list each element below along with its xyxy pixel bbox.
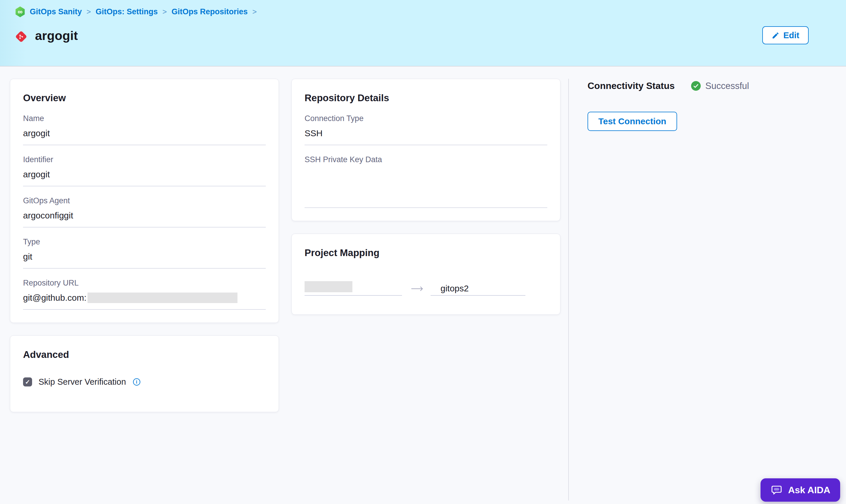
breadcrumb-item-settings[interactable]: GitOps: Settings [96,7,158,16]
field-connection-type: Connection Type SSH [305,114,547,145]
field-value [305,169,547,201]
field-ssh-private-key: SSH Private Key Data [305,155,547,208]
edit-button-label: Edit [783,31,799,40]
repository-details-card: Repository Details Connection Type SSH S… [291,79,560,221]
advanced-title: Advanced [23,349,266,360]
breadcrumb: ∞ GitOps Sanity > GitOps: Settings > Git… [15,6,257,17]
gitops-icon: ∞ [15,6,25,17]
page-header: ∞ GitOps Sanity > GitOps: Settings > Git… [0,0,846,67]
overview-card: Overview Name argogit Identifier argogit… [10,79,279,323]
project-mapping-row: gitops2 [305,281,547,296]
overview-title: Overview [23,92,266,104]
field-value: argogit [23,169,266,180]
field-value: argoconfiggit [23,210,266,221]
pencil-icon [772,32,779,39]
mapping-target-field: gitops2 [431,284,525,296]
page-title: argogit [35,29,78,43]
ask-aida-label: Ask AIDA [788,485,830,496]
field-name: Name argogit [23,114,266,145]
chevron-right-icon: > [252,7,257,16]
field-repository-url: Repository URL git@github.com: [23,278,266,310]
field-label: Name [23,114,266,123]
breadcrumb-item-project[interactable]: GitOps Sanity [30,7,82,16]
field-label: Identifier [23,155,266,164]
chevron-right-icon: > [87,7,91,16]
git-repo-icon [15,30,27,42]
redacted-url-block [88,292,237,303]
connectivity-panel: Connectivity Status Successful Test Conn… [588,80,827,131]
field-value: argogit [23,128,266,139]
field-gitops-agent: GitOps Agent argoconfiggit [23,196,266,228]
title-row: argogit [15,29,78,43]
project-mapping-title: Project Mapping [305,247,547,258]
advanced-card: Advanced ✓ Skip Server Verification i [10,336,279,412]
test-connection-button[interactable]: Test Connection [588,112,677,131]
field-label: Connection Type [305,114,547,123]
project-mapping-card: Project Mapping gitops2 [291,234,560,315]
info-icon[interactable]: i [133,378,140,385]
arrow-right-icon [411,285,424,292]
edit-button[interactable]: Edit [762,26,809,44]
breadcrumb-item-repositories[interactable]: GitOps Repositories [172,7,248,16]
field-value: git [23,251,266,262]
redacted-source-block [305,281,353,292]
mapping-source-field [305,281,402,296]
skip-server-verification-checkbox[interactable]: ✓ [23,377,32,386]
field-label: GitOps Agent [23,196,266,205]
chat-bubble-icon [771,484,783,496]
repository-url-value: git@github.com: [23,293,86,303]
field-value: SSH [305,128,547,139]
status-badge: Successful [691,81,749,91]
field-identifier: Identifier argogit [23,155,266,186]
field-type: Type git [23,237,266,269]
vertical-divider [568,79,569,501]
field-label: Type [23,237,266,247]
field-label: SSH Private Key Data [305,155,547,164]
chevron-right-icon: > [162,7,167,16]
connectivity-status-title: Connectivity Status [588,80,675,91]
skip-server-verification-label: Skip Server Verification [38,377,126,387]
ask-aida-button[interactable]: Ask AIDA [760,478,840,502]
main-content: Overview Name argogit Identifier argogit… [0,67,846,504]
status-text: Successful [705,81,749,91]
field-label: Repository URL [23,278,266,288]
success-check-icon [691,81,701,91]
repository-details-title: Repository Details [305,92,547,104]
